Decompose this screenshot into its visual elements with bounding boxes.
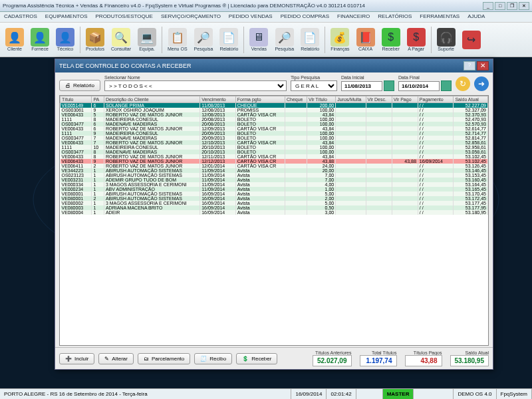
- calendar-icon[interactable]: [384, 80, 394, 91]
- col-header[interactable]: PA: [92, 96, 104, 103]
- table-row[interactable]: VE0064339ROBERTO VAZ DE MATOS JUNIOR12/1…: [61, 159, 488, 164]
- parcelamento-button[interactable]: 🗂Parcelamento: [138, 353, 190, 364]
- table-row[interactable]: VE0064338ROBERTO VAZ DE MATOS JUNIOR12/1…: [61, 154, 488, 159]
- toolbar-consultar[interactable]: 🔍Consultar: [108, 27, 134, 53]
- refresh-icon[interactable]: ↻: [456, 76, 470, 91]
- toolbar-exit[interactable]: ↪: [460, 29, 483, 51]
- table-row[interactable]: OS0034778MADENAVE MADEIRAS20/10/2013BOLE…: [61, 150, 488, 154]
- toolbar-menu os[interactable]: 📋Menu OS: [165, 27, 190, 53]
- receivables-grid[interactable]: TítuloPADescrição do ClienteVencimentoFo…: [60, 96, 488, 215]
- table-row[interactable]: OS0231231ABIRUSH AUTOMAÇÃO SISTEMAS11/09…: [61, 173, 488, 178]
- toolbar-vendas[interactable]: 🖥Vendas: [247, 27, 271, 53]
- minimize-button[interactable]: _: [483, 2, 493, 10]
- incluir-button[interactable]: ➕Incluir: [59, 353, 94, 364]
- col-header[interactable]: Cheque: [285, 96, 307, 103]
- toolbar-finanças[interactable]: 💰Finanças: [328, 27, 352, 53]
- col-header[interactable]: Vencimento: [200, 96, 236, 103]
- col-header[interactable]: Pagamento: [418, 96, 454, 103]
- toolbar-suporte[interactable]: 🎧Suporte: [434, 27, 458, 53]
- col-header[interactable]: Vlr Pago: [392, 96, 418, 103]
- relatorio-button[interactable]: 🖨 Relatório: [59, 80, 100, 91]
- menu-pedido vendas[interactable]: PEDIDO VENDAS: [225, 12, 277, 22]
- table-row[interactable]: VE0002341ABV ADMINISTRAÇÃO11/09/2014Avis…: [61, 187, 488, 192]
- table-row[interactable]: VE08000213 MAGOS ASSESSORIA E CERIMONI16…: [61, 201, 488, 205]
- toolbar-a pagar[interactable]: $A Pagar: [404, 27, 428, 53]
- menu-cadastros[interactable]: CADASTROS: [0, 12, 41, 22]
- a pagar-icon: $: [407, 28, 426, 47]
- status-time: 02:01:42: [327, 389, 356, 399]
- col-header[interactable]: Título: [61, 96, 92, 103]
- maximize-button[interactable]: □: [495, 2, 505, 10]
- menu-pedido compras[interactable]: PEDIDO COMPRAS: [277, 12, 333, 22]
- tipo-pesquisa-combo[interactable]: G E R A L: [291, 80, 337, 91]
- toolbar-produtos[interactable]: 📦Produtos: [83, 27, 107, 53]
- col-header[interactable]: Descrição do Cliente: [104, 96, 200, 103]
- toolbar-pesquisa[interactable]: 🔎Pesquisa: [272, 27, 297, 53]
- dialog-help-button[interactable]: ?: [464, 61, 475, 70]
- grid-container: TítuloPADescrição do ClienteVencimentoFo…: [59, 95, 489, 346]
- total-saldo-atual: Saldo Atual53.180,95: [450, 350, 489, 366]
- table-row[interactable]: VE0064335ROBERTO VAZ DE MATOS JUNIOR12/0…: [61, 112, 488, 117]
- menu-relatórios[interactable]: RELATÓRIOS: [374, 12, 416, 22]
- menu-financeiro[interactable]: FINANCEIRO: [333, 12, 374, 22]
- main-toolbar: 👤Cliente👤Fornece👤Técnico📦Produtos🔍Consul…: [0, 23, 532, 57]
- técnico-icon: 👤: [56, 28, 74, 47]
- table-row[interactable]: 111110MADEIREIRA CONESUL20/10/2013BOLETO…: [61, 145, 488, 150]
- menu os-icon: 📋: [168, 28, 187, 47]
- restore-button[interactable]: ❐: [507, 2, 517, 10]
- toolbar-fornece[interactable]: 👤Fornece: [28, 27, 52, 53]
- table-row[interactable]: VE00033413 MAGOS ASSESSORIA E CERIMONI11…: [61, 182, 488, 187]
- menu-serviço/orçamento[interactable]: SERVIÇO/ORÇAMENTO: [157, 12, 225, 22]
- table-row[interactable]: VE0064337ROBERTO VAZ DE MATOS JUNIOR12/1…: [61, 140, 488, 145]
- table-row[interactable]: VE3442231ABIRUSH AUTOMAÇÃO SISTEMAS11/09…: [61, 168, 488, 173]
- receber-button[interactable]: 💲Receber: [236, 353, 277, 364]
- suporte-icon: 🎧: [437, 28, 456, 47]
- menu-ferramentas[interactable]: FERRAMENTAS: [416, 12, 464, 22]
- table-row[interactable]: VE0800031ADRIANA MACENA BRITO16/09/2014A…: [61, 205, 488, 210]
- total-títulos-anteriores: Títulos Anteriores52.027,09: [313, 350, 352, 366]
- table-row[interactable]: VE0800012ABIRUSH AUTOMAÇÃO SISTEMAS16/09…: [61, 196, 488, 201]
- table-row[interactable]: 11119MADEIREIRA CONESUL20/09/2013BOLETO1…: [61, 131, 488, 136]
- receipt-icon: 🧾: [200, 356, 207, 362]
- col-header[interactable]: Vlr Desc.: [366, 96, 392, 103]
- toolbar-pesquisa[interactable]: 🔎Pesquisa: [192, 27, 216, 53]
- dialog-footer: ➕Incluir ✎Alterar 🗂Parcelamento 🧾Recibo …: [55, 347, 493, 369]
- table-row[interactable]: VE0800041ADEIR16/09/2014Avista3,00/ /53.…: [61, 210, 488, 215]
- alterar-button[interactable]: ✎Alterar: [98, 353, 134, 364]
- toolbar-técnico[interactable]: 👤Técnico: [53, 27, 77, 53]
- contas-receber-dialog: TELA DE CONTROLE DO CONTAS A RECEBER ? ✕…: [55, 59, 493, 370]
- toolbar-receber[interactable]: $Receber: [379, 27, 403, 53]
- table-row[interactable]: OS0034777MADENAVE MADEIRAS20/09/2013BOLE…: [61, 136, 488, 140]
- status-brand: FpqSystem: [497, 389, 532, 399]
- col-header[interactable]: Vlr Título: [307, 96, 335, 103]
- table-row[interactable]: 11118MADEIREIRA CONESUL20/08/2013BOLETO1…: [61, 117, 488, 122]
- sel-nome-combo[interactable]: > > T O D O S < <: [104, 80, 287, 91]
- calendar-icon[interactable]: [441, 80, 452, 91]
- table-row[interactable]: OS0030619XEROX OSHIRO JOAQUIM12/08/2013P…: [61, 108, 488, 112]
- table-row[interactable]: VE0064112ROBERTO VAZ DE MATOS JUNIOR12/0…: [61, 164, 488, 168]
- data-final-input[interactable]: [398, 81, 440, 91]
- table-row[interactable]: VE0051496SOLANGE PRIMA11/08/2013CHEQUE20…: [61, 103, 488, 108]
- toolbar-caixa[interactable]: 📕CAIXA: [354, 27, 378, 53]
- menu-ajuda[interactable]: AJUDA: [464, 12, 489, 22]
- table-row[interactable]: VE0064336ROBERTO VAZ DE MATOS JUNIOR12/0…: [61, 126, 488, 131]
- close-button[interactable]: ✕: [519, 2, 529, 10]
- produtos-icon: 📦: [86, 28, 104, 47]
- menu-produtos/estoque[interactable]: PRODUTOS/ESTOQUE: [92, 12, 157, 22]
- menu-equipamentos[interactable]: EQUIPAMENTOS: [41, 12, 92, 22]
- toolbar-relatório[interactable]: 📄Relatório: [217, 27, 241, 53]
- col-header[interactable]: Saldo Atual: [454, 96, 488, 103]
- col-header[interactable]: Juros/Multa: [336, 96, 366, 103]
- table-row[interactable]: VE0800011ABIRUSH AUTOMAÇÃO SISTEMAS16/09…: [61, 192, 488, 196]
- dialog-close-button[interactable]: ✕: [477, 61, 489, 70]
- finanças-icon: 💰: [331, 28, 349, 47]
- data-inicial-input[interactable]: [341, 81, 382, 91]
- table-row[interactable]: VE0032311ADEMIR GRUPO TUDO DE BOM11/09/2…: [61, 178, 488, 182]
- table-row[interactable]: OS0034776MADENAVE MADEIRAS20/08/2013BOLE…: [61, 122, 488, 126]
- recibo-button[interactable]: 🧾Recibo: [194, 353, 232, 364]
- toolbar-equipa.[interactable]: 💻Equipa.: [135, 27, 159, 53]
- next-icon[interactable]: ➜: [474, 76, 489, 91]
- toolbar-relatório[interactable]: 📄Relatório: [298, 27, 322, 53]
- toolbar-cliente[interactable]: 👤Cliente: [3, 27, 27, 53]
- col-header[interactable]: Forma pgto: [235, 96, 285, 103]
